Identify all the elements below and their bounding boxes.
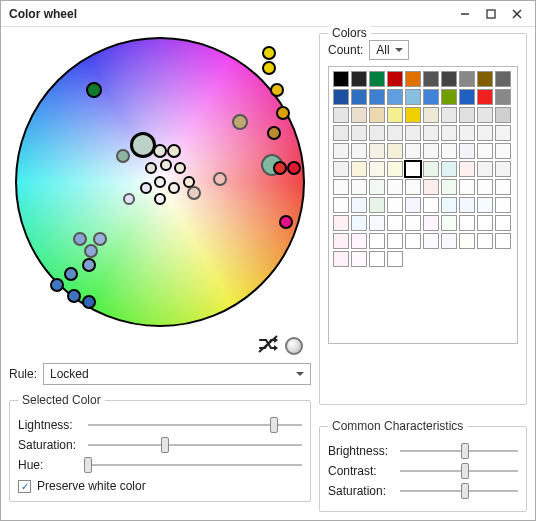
swatch[interactable] [351,143,367,159]
swatch[interactable] [369,107,385,123]
swatch[interactable] [495,215,511,231]
wheel-handle[interactable] [73,232,87,246]
wheel-handle[interactable] [153,144,167,158]
wheel-handle[interactable] [279,215,293,229]
swatch[interactable] [405,107,421,123]
swatch[interactable] [405,197,421,213]
swatch[interactable] [387,197,403,213]
swatch[interactable] [387,89,403,105]
swatch[interactable] [369,197,385,213]
swatch[interactable] [459,143,475,159]
base-color-indicator[interactable] [285,337,303,355]
swatch[interactable] [441,161,457,177]
color-wheel[interactable] [15,37,305,327]
swatch[interactable] [333,233,349,249]
swatch[interactable] [477,233,493,249]
swatch[interactable] [459,89,475,105]
wheel-handle[interactable] [168,182,180,194]
swatch[interactable] [477,71,493,87]
swatch[interactable] [423,197,439,213]
swatch[interactable] [387,233,403,249]
swatch[interactable] [459,215,475,231]
swatch[interactable] [387,179,403,195]
swatch[interactable] [459,71,475,87]
wheel-handle[interactable] [267,126,281,140]
swatch[interactable] [369,179,385,195]
contrast-slider[interactable] [400,463,518,479]
rule-select[interactable]: Locked [43,363,311,385]
wheel-handle[interactable] [86,82,102,98]
swatch[interactable] [441,233,457,249]
wheel-handle[interactable] [82,295,96,309]
swatch[interactable] [495,125,511,141]
swatch[interactable] [477,89,493,105]
swatch[interactable] [351,251,367,267]
hue-slider[interactable] [88,457,302,473]
swatch[interactable] [423,215,439,231]
wheel-handle[interactable] [140,182,152,194]
swatch[interactable] [351,233,367,249]
wheel-handle[interactable] [93,232,107,246]
swatch[interactable] [459,107,475,123]
swatch[interactable] [369,215,385,231]
swatch[interactable] [459,125,475,141]
swatch[interactable] [405,89,421,105]
wheel-handle[interactable] [167,144,181,158]
wheel-handle[interactable] [82,258,96,272]
swatch[interactable] [405,179,421,195]
swatch[interactable] [351,215,367,231]
wheel-handle[interactable] [154,176,166,188]
swatch[interactable] [351,125,367,141]
wheel-handle[interactable] [154,193,166,205]
swatch[interactable] [387,107,403,123]
swatch[interactable] [441,107,457,123]
close-button[interactable] [505,5,529,23]
wheel-handle[interactable] [67,289,81,303]
swatch[interactable] [387,251,403,267]
wheel-handle[interactable] [116,149,130,163]
minimize-button[interactable] [453,5,477,23]
swatch[interactable] [369,143,385,159]
wheel-handle[interactable] [276,106,290,120]
swatch[interactable] [495,161,511,177]
swatch[interactable] [477,125,493,141]
swatch[interactable] [369,161,385,177]
swatch[interactable] [333,143,349,159]
wheel-handle[interactable] [160,159,172,171]
swatch[interactable] [333,197,349,213]
shuffle-button[interactable] [257,334,279,357]
saturation-slider[interactable] [88,437,302,453]
swatch[interactable] [387,215,403,231]
count-select[interactable]: All [369,40,408,60]
swatch[interactable] [423,179,439,195]
swatch[interactable] [423,161,439,177]
swatch[interactable] [387,125,403,141]
swatch[interactable] [405,215,421,231]
wheel-handle[interactable] [273,161,287,175]
wheel-handle[interactable] [262,46,276,60]
wheel-handle[interactable] [213,172,227,186]
swatch[interactable] [477,215,493,231]
preserve-white-checkbox[interactable]: ✓ [18,480,31,493]
swatch[interactable] [477,143,493,159]
swatch[interactable] [351,107,367,123]
swatch[interactable] [441,179,457,195]
swatch[interactable] [405,125,421,141]
maximize-button[interactable] [479,5,503,23]
swatch[interactable] [495,233,511,249]
swatch[interactable] [405,233,421,249]
swatch[interactable] [405,143,421,159]
swatch[interactable] [369,89,385,105]
preserve-white-row[interactable]: ✓ Preserve white color [18,479,302,493]
swatch[interactable] [405,161,421,177]
swatch[interactable] [459,233,475,249]
wheel-handle[interactable] [174,162,186,174]
swatch[interactable] [333,251,349,267]
lightness-slider[interactable] [88,417,302,433]
swatch[interactable] [351,89,367,105]
wheel-handle[interactable] [270,83,284,97]
swatch[interactable] [495,107,511,123]
swatch[interactable] [333,161,349,177]
wheel-handle[interactable] [287,161,301,175]
brightness-slider[interactable] [400,443,518,459]
